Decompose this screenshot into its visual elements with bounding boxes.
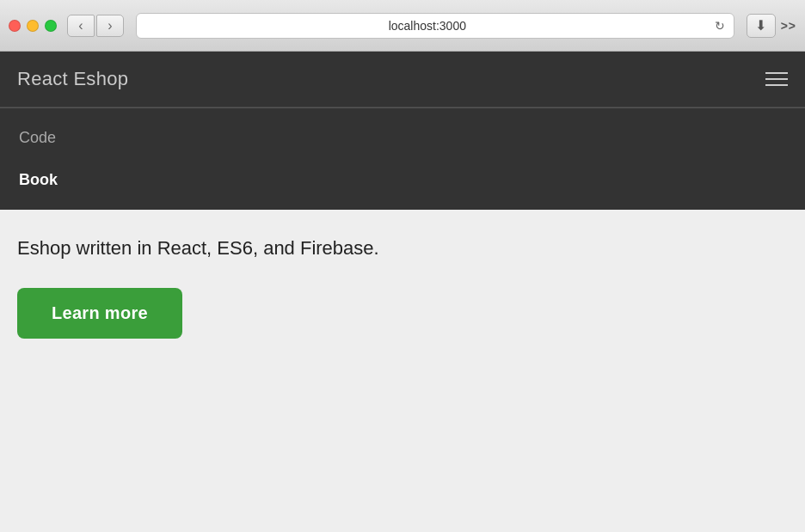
traffic-light-green-window[interactable] xyxy=(45,20,57,32)
dropdown-menu: Code Book xyxy=(0,107,805,210)
nav-bar: React Eshop xyxy=(0,52,805,107)
back-button[interactable]: ‹ xyxy=(67,15,95,37)
menu-item-book[interactable]: Book xyxy=(0,159,805,201)
learn-more-button[interactable]: Learn more xyxy=(17,288,182,339)
url-display: localhost:3000 xyxy=(145,19,710,33)
menu-item-code[interactable]: Code xyxy=(0,117,805,159)
traffic-lights xyxy=(9,20,57,32)
hamburger-line-2 xyxy=(765,78,788,80)
hamburger-line-3 xyxy=(765,84,788,86)
download-icon: ⬇ xyxy=(755,17,766,34)
hero-text: Eshop written in React, ES6, and Firebas… xyxy=(17,235,788,262)
browser-chrome: ‹ › localhost:3000 ↻ ⬇ >> xyxy=(0,0,805,52)
app-title: React Eshop xyxy=(17,68,128,90)
traffic-light-red[interactable] xyxy=(9,20,21,32)
more-button[interactable]: >> xyxy=(781,19,796,33)
browser-actions: ⬇ >> xyxy=(747,14,796,38)
forward-icon: › xyxy=(108,18,112,34)
traffic-light-yellow[interactable] xyxy=(27,20,39,32)
main-content: Eshop written in React, ES6, and Firebas… xyxy=(0,210,805,532)
back-icon: ‹ xyxy=(78,18,83,34)
hamburger-line-1 xyxy=(765,72,788,74)
reload-icon[interactable]: ↻ xyxy=(715,19,725,33)
forward-button[interactable]: › xyxy=(96,15,124,37)
download-button[interactable]: ⬇ xyxy=(747,14,776,38)
nav-buttons: ‹ › xyxy=(67,15,124,37)
address-bar-container[interactable]: localhost:3000 ↻ xyxy=(136,13,734,39)
app-container: React Eshop Code Book Eshop written in R… xyxy=(0,52,805,532)
hamburger-button[interactable] xyxy=(765,72,788,86)
